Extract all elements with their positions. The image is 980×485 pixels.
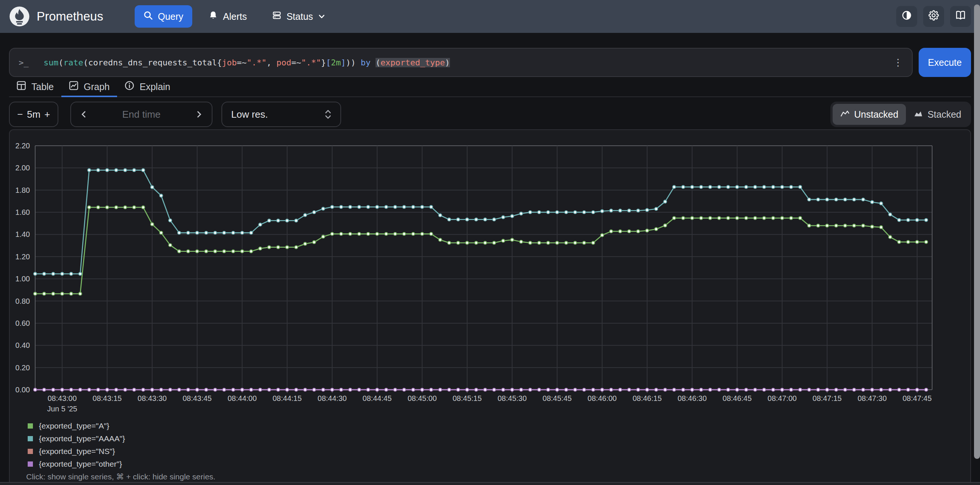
promql-token: ".*" bbox=[301, 58, 321, 67]
svg-text:08:45:15: 08:45:15 bbox=[453, 394, 482, 403]
svg-text:1.60: 1.60 bbox=[15, 208, 30, 216]
seg-label: Unstacked bbox=[854, 109, 899, 120]
bell-icon bbox=[209, 11, 218, 22]
svg-text:08:46:30: 08:46:30 bbox=[678, 394, 706, 403]
promql-token: ) bbox=[445, 58, 450, 67]
promql-expression: sum(rate(coredns_dns_requests_total{job=… bbox=[44, 58, 450, 67]
resolution-select[interactable]: Low res. bbox=[221, 101, 341, 127]
promql-token: =~ bbox=[291, 58, 301, 67]
legend-item[interactable]: {exported_type="NS"} bbox=[28, 447, 970, 456]
legend-label: {exported_type="NS"} bbox=[39, 447, 115, 456]
promql-token: ".*" bbox=[247, 58, 267, 67]
svg-text:08:44:15: 08:44:15 bbox=[273, 394, 302, 403]
svg-text:08:47:45: 08:47:45 bbox=[902, 394, 932, 403]
tab-graph[interactable]: Graph bbox=[61, 78, 117, 97]
duration-decrease-button[interactable]: − bbox=[17, 109, 23, 120]
navbar: Prometheus QueryAlertsStatus bbox=[0, 0, 980, 33]
tab-label: Graph bbox=[84, 81, 110, 92]
prompt-icon: >_ bbox=[19, 58, 29, 67]
end-time-input[interactable]: End time bbox=[70, 101, 212, 127]
svg-text:0.40: 0.40 bbox=[15, 341, 30, 349]
svg-text:2.00: 2.00 bbox=[15, 164, 30, 172]
settings-gear-button[interactable] bbox=[923, 6, 944, 27]
contrast-icon bbox=[902, 10, 912, 24]
nav-item-status[interactable]: Status bbox=[263, 5, 334, 28]
promql-token: { bbox=[217, 58, 222, 67]
time-series-chart[interactable]: 0.000.200.400.600.801.001.201.401.601.80… bbox=[10, 130, 969, 420]
svg-text:Jun 5 '25: Jun 5 '25 bbox=[47, 405, 78, 413]
contrast-button[interactable] bbox=[896, 6, 917, 27]
unstacked-button[interactable]: Unstacked bbox=[833, 104, 906, 125]
legend-item[interactable]: {exported_type="other"} bbox=[28, 460, 970, 469]
kebab-menu-icon[interactable]: ⋮ bbox=[893, 57, 903, 68]
promql-token: } bbox=[321, 58, 326, 67]
svg-text:08:45:00: 08:45:00 bbox=[408, 394, 437, 403]
legend-swatch bbox=[28, 436, 33, 441]
tab-table[interactable]: Table bbox=[9, 78, 61, 97]
svg-text:1.00: 1.00 bbox=[15, 275, 30, 283]
seg-label: Stacked bbox=[928, 109, 961, 120]
chevron-down-icon bbox=[318, 11, 325, 22]
nav-items: QueryAlertsStatus bbox=[135, 5, 334, 28]
tabs: TableGraphExplain bbox=[9, 78, 971, 97]
query-expression-input[interactable]: >_ sum(rate(coredns_dns_requests_total{j… bbox=[9, 48, 913, 77]
tab-label: Explain bbox=[140, 81, 170, 92]
area-chart-icon bbox=[913, 108, 923, 120]
chevron-left-icon[interactable] bbox=[80, 111, 88, 118]
svg-text:08:47:30: 08:47:30 bbox=[858, 394, 887, 403]
svg-text:08:43:30: 08:43:30 bbox=[138, 394, 167, 403]
docs-book-button[interactable] bbox=[950, 6, 971, 27]
legend-hint: Click: show single series, ⌘ + click: hi… bbox=[26, 472, 970, 481]
resolution-value: Low res. bbox=[231, 109, 268, 120]
svg-text:08:45:45: 08:45:45 bbox=[543, 394, 572, 403]
server-icon bbox=[272, 11, 281, 22]
stacking-toggle: UnstackedStacked bbox=[830, 101, 971, 127]
legend-label: {exported_type="AAAA"} bbox=[39, 434, 125, 443]
svg-text:08:43:45: 08:43:45 bbox=[183, 394, 212, 403]
promql-token: sum bbox=[44, 58, 59, 67]
nav-item-query[interactable]: Query bbox=[135, 5, 192, 28]
search-icon bbox=[144, 11, 153, 22]
brand-name: Prometheus bbox=[37, 10, 103, 24]
end-time-placeholder: End time bbox=[123, 109, 161, 120]
promql-token: [ bbox=[326, 58, 331, 67]
promql-token: ] bbox=[341, 58, 345, 67]
controls-row: − 5m + End time Low res. UnstackedStacke… bbox=[9, 101, 971, 127]
query-row: >_ sum(rate(coredns_dns_requests_total{j… bbox=[9, 48, 971, 77]
promql-token: =~ bbox=[237, 58, 247, 67]
legend-item[interactable]: {exported_type="AAAA"} bbox=[28, 434, 970, 443]
graph-panel: 0.000.200.400.600.801.001.201.401.601.80… bbox=[9, 129, 971, 485]
svg-text:0.20: 0.20 bbox=[15, 364, 30, 372]
execute-button[interactable]: Execute bbox=[919, 48, 971, 77]
legend-item[interactable]: {exported_type="A"} bbox=[28, 422, 970, 430]
nav-item-alerts[interactable]: Alerts bbox=[200, 5, 256, 28]
nav-actions bbox=[896, 6, 971, 27]
svg-text:08:45:30: 08:45:30 bbox=[498, 394, 527, 403]
tab-explain[interactable]: Explain bbox=[117, 78, 178, 97]
promql-token: job bbox=[222, 58, 237, 67]
svg-text:08:47:00: 08:47:00 bbox=[768, 394, 797, 403]
vertical-scrollbar[interactable] bbox=[974, 5, 980, 459]
chevron-right-icon[interactable] bbox=[195, 111, 203, 118]
svg-text:0.00: 0.00 bbox=[15, 386, 30, 394]
svg-text:0.60: 0.60 bbox=[15, 319, 30, 327]
svg-text:08:43:00: 08:43:00 bbox=[48, 394, 77, 403]
promql-token: ( bbox=[58, 58, 63, 67]
stacked-button[interactable]: Stacked bbox=[906, 104, 969, 125]
promql-token: , bbox=[267, 58, 277, 67]
promql-token bbox=[371, 58, 375, 67]
duration-value[interactable]: 5m bbox=[27, 109, 40, 120]
table-icon bbox=[16, 81, 26, 93]
promql-token: exported_type bbox=[380, 58, 445, 67]
graph-icon bbox=[69, 81, 78, 93]
legend-label: {exported_type="other"} bbox=[39, 460, 122, 469]
duration-increase-button[interactable]: + bbox=[45, 109, 50, 120]
legend-swatch bbox=[28, 449, 33, 454]
tab-label: Table bbox=[32, 81, 54, 92]
svg-text:08:46:45: 08:46:45 bbox=[723, 394, 752, 403]
docs-book-icon bbox=[955, 10, 966, 24]
svg-text:2.20: 2.20 bbox=[15, 142, 30, 150]
line-chart-icon bbox=[840, 108, 850, 120]
svg-text:08:43:15: 08:43:15 bbox=[93, 394, 122, 403]
svg-text:1.20: 1.20 bbox=[15, 253, 30, 261]
